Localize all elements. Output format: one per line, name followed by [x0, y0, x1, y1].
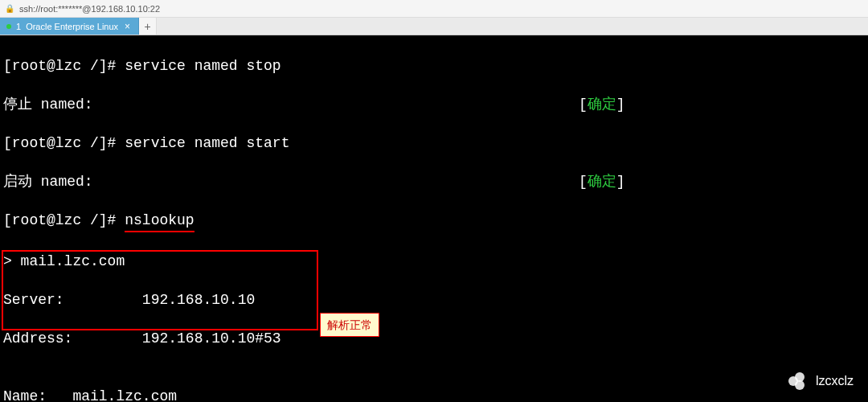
tab-bar: 1 Oracle Enterprise Linux × + — [0, 18, 868, 35]
new-tab-button[interactable]: + — [139, 18, 157, 35]
command-highlighted: nslookup — [125, 211, 194, 232]
wechat-icon — [788, 372, 809, 390]
lock-icon: 🔒 — [5, 4, 14, 13]
terminal[interactable]: [root@lzc /]# service named stop 停止 name… — [0, 35, 868, 402]
status-ok: 确定 — [588, 96, 616, 113]
prompt: [root@lzc /]# — [3, 135, 125, 151]
watermark: lzcxclz — [788, 371, 854, 391]
tab-active[interactable]: 1 Oracle Enterprise Linux × — [0, 18, 139, 35]
prompt: [root@lzc /]# — [3, 212, 125, 228]
terminal-line: > mail.lzc.com — [3, 252, 865, 271]
terminal-line: [root@lzc /]# service named start — [3, 133, 865, 153]
terminal-line: Name: mail.lzc.com — [3, 387, 865, 402]
terminal-line: 启动 named:[确定] — [3, 172, 865, 191]
command: service named stop — [125, 58, 280, 74]
terminal-line: [root@lzc /]# service named stop — [3, 56, 865, 76]
bracket: [ — [579, 174, 588, 190]
output-text: 启动 named: — [3, 174, 93, 190]
plus-icon: + — [145, 20, 151, 33]
terminal-line: Address: 192.168.10.10#53 — [3, 329, 865, 348]
command: service named start — [125, 135, 289, 151]
bracket: ] — [616, 174, 625, 190]
address-url: ssh://root:*******@192.168.10.10:22 — [19, 4, 160, 14]
close-icon[interactable]: × — [123, 21, 132, 32]
tab-index: 1 — [16, 22, 21, 31]
prompt: [root@lzc /]# — [3, 58, 125, 74]
bracket: [ — [579, 96, 588, 113]
terminal-line: 停止 named:[确定] — [3, 95, 865, 114]
bracket: ] — [616, 96, 625, 113]
status-dot-icon — [6, 24, 11, 29]
annotation-label: 解析正常 — [320, 313, 379, 337]
address-bar: 🔒 ssh://root:*******@192.168.10.10:22 — [0, 0, 868, 18]
output-text: 停止 named: — [3, 96, 93, 113]
tab-title: Oracle Enterprise Linux — [26, 22, 118, 31]
terminal-line: Server: 192.168.10.10 — [3, 290, 865, 310]
terminal-line: [root@lzc /]# nslookup — [3, 211, 865, 232]
watermark-text: lzcxclz — [816, 371, 854, 391]
status-ok: 确定 — [588, 174, 616, 190]
